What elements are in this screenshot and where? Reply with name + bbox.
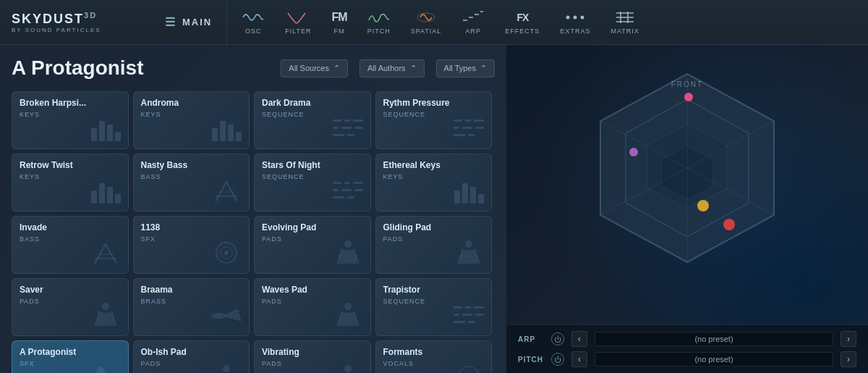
panel-header: A Protagonist All Sources ⌃ All Authors …: [12, 56, 495, 80]
nav-extras[interactable]: EXTRAS: [560, 10, 590, 35]
svg-rect-40: [115, 194, 121, 204]
pitch-row: PITCH ⏻ ‹ (no preset) ›: [518, 351, 856, 367]
preset-card-visual: [208, 363, 244, 373]
pitch-next-button[interactable]: ›: [841, 351, 856, 367]
svg-rect-54: [478, 194, 484, 204]
preset-card[interactable]: 1138SFX: [133, 216, 250, 274]
svg-rect-39: [107, 187, 113, 204]
svg-point-5: [566, 15, 570, 19]
svg-rect-45: [353, 182, 363, 184]
main-tab[interactable]: ☰ MAIN: [150, 0, 227, 44]
svg-rect-18: [220, 121, 226, 141]
arp-next-button[interactable]: ›: [841, 331, 856, 347]
preset-card-name: Saver: [20, 285, 121, 296]
preset-card-visual: [208, 114, 244, 146]
preset-card[interactable]: Broken Harpsi...KEYS: [12, 91, 129, 149]
svg-point-102: [684, 93, 693, 101]
svg-rect-77: [475, 314, 484, 316]
svg-rect-75: [454, 314, 459, 316]
preset-grid-container: Broken Harpsi...KEYSAndromaKEYSDark Dram…: [12, 91, 495, 373]
lines-icon: ☰: [165, 15, 176, 29]
svg-point-80: [96, 366, 105, 373]
preset-card[interactable]: A ProtagonistSFX: [12, 340, 129, 373]
preset-card[interactable]: Gliding PadPADS: [375, 216, 493, 274]
nav-effects[interactable]: FX EFFECTS: [505, 10, 540, 35]
preset-card[interactable]: Rythm PressureSEQUENCE: [375, 91, 493, 149]
preset-card[interactable]: Ethereal KeysKEYS: [375, 154, 493, 211]
svg-rect-38: [99, 183, 105, 204]
arp-prev-button[interactable]: ‹: [571, 331, 587, 347]
svg-rect-50: [347, 196, 354, 198]
filter-icon: [286, 10, 310, 25]
svg-rect-16: [115, 132, 121, 141]
preset-card-visual: [88, 301, 124, 332]
preset-card-visual: [88, 114, 124, 146]
preset-card-visual: [88, 363, 124, 373]
filter-authors[interactable]: All Authors ⌃: [359, 59, 425, 77]
svg-rect-26: [354, 127, 363, 129]
nav-arp[interactable]: ARP: [461, 10, 485, 35]
preset-card[interactable]: SaverPADS: [12, 278, 129, 336]
preset-card[interactable]: BraamaBRASS: [133, 278, 250, 336]
arp-power-button[interactable]: ⏻: [551, 332, 564, 345]
svg-rect-21: [333, 120, 341, 122]
preset-card-visual: [451, 363, 487, 373]
preset-card-visual: [208, 238, 244, 270]
preset-card[interactable]: AndromaKEYS: [133, 91, 250, 149]
svg-rect-27: [333, 134, 344, 136]
preset-card[interactable]: Dark DramaSEQUENCE: [254, 91, 371, 149]
pitch-power-button[interactable]: ⏻: [551, 353, 564, 366]
svg-rect-30: [465, 120, 471, 122]
preset-card[interactable]: VibratingPADS: [254, 340, 371, 373]
preset-card-name: A Protagonist: [20, 347, 121, 359]
chevron-icon: ⌃: [410, 64, 417, 73]
preset-card-visual: [88, 176, 124, 208]
preset-card-name: Androma: [141, 98, 242, 109]
svg-point-63: [465, 240, 472, 248]
nav-pitch[interactable]: PITCH: [367, 10, 391, 35]
preset-card-name: Braama: [141, 285, 242, 296]
preset-card[interactable]: Stars Of NightSEQUENCE: [254, 154, 371, 211]
main-content: A Protagonist All Sources ⌃ All Authors …: [0, 45, 868, 373]
preset-card[interactable]: Waves PadPADS: [254, 278, 371, 336]
preset-card-visual: [330, 176, 366, 208]
arp-row: ARP ⏻ ‹ (no preset) ›: [518, 331, 856, 347]
svg-rect-46: [333, 189, 339, 191]
filter-sources[interactable]: All Sources ⌃: [281, 59, 348, 77]
svg-rect-53: [470, 187, 476, 204]
svg-rect-76: [462, 314, 472, 316]
osc-icon: [242, 10, 265, 25]
svg-rect-32: [454, 127, 459, 129]
nav-filter[interactable]: FILTER: [285, 10, 311, 35]
preset-card[interactable]: Retrow TwistKEYS: [12, 154, 129, 211]
pitch-icon: [367, 10, 391, 25]
svg-rect-51: [454, 190, 460, 204]
preset-card[interactable]: Nasty BassBASS: [133, 154, 250, 211]
main-tab-label: MAIN: [182, 17, 212, 28]
preset-card-visual: [208, 176, 244, 208]
effects-icon: FX: [516, 10, 528, 25]
nav-matrix[interactable]: MATRIX: [610, 10, 639, 35]
svg-rect-35: [454, 134, 465, 136]
svg-rect-48: [354, 189, 363, 191]
preset-card[interactable]: Evolving PadPADS: [254, 216, 371, 274]
arp-label: ARP: [518, 335, 544, 343]
svg-rect-13: [91, 128, 97, 141]
svg-rect-37: [91, 190, 97, 204]
nav-spatial[interactable]: SPATIAL: [411, 10, 442, 35]
top-nav: SkyDust3D BY SOUND PARTICLES ☰ MAIN OSC …: [0, 0, 868, 45]
filter-types[interactable]: All Types ⌃: [436, 59, 495, 77]
svg-rect-74: [474, 306, 484, 309]
pitch-prev-button[interactable]: ‹: [571, 351, 587, 367]
preset-card-visual: [451, 176, 487, 208]
svg-point-103: [629, 148, 638, 156]
preset-card[interactable]: InvadeBASS: [12, 216, 129, 274]
preset-card[interactable]: FormantsVOCALS: [375, 340, 493, 373]
svg-point-104: [697, 200, 709, 211]
logo-title: SkyDust3D: [12, 11, 127, 27]
preset-card[interactable]: Ob-Ish PadPADS: [133, 340, 250, 373]
preset-card-name: Dark Drama: [262, 98, 363, 109]
nav-osc[interactable]: OSC: [242, 10, 265, 35]
preset-card[interactable]: TrapistorSEQUENCE: [375, 278, 493, 336]
nav-fm[interactable]: FM FM: [332, 10, 347, 35]
